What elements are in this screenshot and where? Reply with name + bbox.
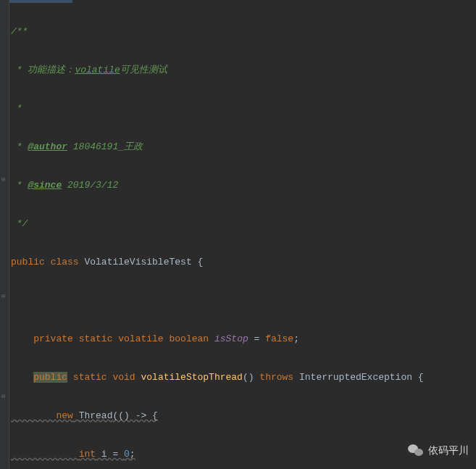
code-line: int i = 0; <box>11 446 424 462</box>
class-declaration: public class VolatileVisibleTest { <box>11 254 424 270</box>
fold-mark-icon[interactable]: ⊖ <box>1 177 7 183</box>
doc-comment: */ <box>11 218 28 229</box>
code-area[interactable]: /** * 功能描述：volatile可见性测试 * * @author 180… <box>9 0 424 469</box>
gutter: ⊖ ⊖ ⊖ <box>0 0 9 469</box>
fold-mark-icon[interactable]: ⊖ <box>1 294 7 299</box>
doc-comment: * <box>11 103 22 114</box>
code-line: new Thread(() -> { <box>11 407 424 424</box>
fold-mark-icon[interactable]: ⊖ <box>1 394 7 399</box>
doc-comment: * 功能描述：volatile可见性测试 <box>11 65 167 75</box>
code-editor[interactable]: ⊖ ⊖ ⊖ /** * 功能描述：volatile可见性测试 * * @auth… <box>0 0 476 469</box>
doc-comment: * @since 2019/3/12 <box>11 180 118 191</box>
doc-comment: /** <box>11 26 28 37</box>
watermark: 依码平川 <box>408 443 469 459</box>
wechat-icon <box>408 443 424 459</box>
doc-comment: * @author 18046191_王政 <box>11 141 143 152</box>
watermark-text: 依码平川 <box>428 444 469 457</box>
field-declaration: private static volatile boolean isStop =… <box>11 331 424 347</box>
method-declaration: public static void volatileStopThread() … <box>11 369 424 386</box>
